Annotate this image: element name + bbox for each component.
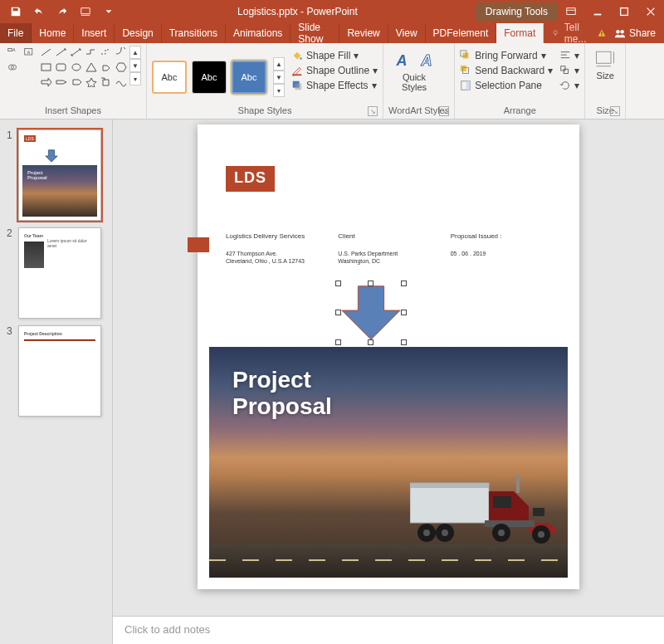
- svg-rect-18: [463, 53, 469, 59]
- save-button[interactable]: [5, 2, 27, 22]
- svg-rect-27: [410, 483, 489, 523]
- slide-hero-image[interactable]: Project Proposal: [209, 347, 568, 578]
- tab-animations[interactable]: Animations: [226, 23, 290, 43]
- tab-insert[interactable]: Insert: [74, 23, 115, 43]
- selection-pane-button[interactable]: Selection Pane: [460, 79, 553, 92]
- wordart-sample-fill: A: [392, 52, 412, 72]
- company-addr2: Cleveland, Ohio , U.S.A 12743: [226, 257, 338, 265]
- svg-point-14: [300, 57, 302, 60]
- tab-format[interactable]: Format: [496, 23, 544, 43]
- shape-style-2[interactable]: Abc: [192, 61, 227, 94]
- svg-point-2: [554, 31, 557, 34]
- chevron-down-icon: ▾: [372, 80, 377, 91]
- group-insert-shapes: A A: [0, 43, 147, 119]
- tab-transitions[interactable]: Transitions: [162, 23, 226, 43]
- tell-me-label: Tell me...: [564, 22, 593, 45]
- svg-point-13: [72, 64, 81, 71]
- svg-rect-24: [561, 66, 565, 71]
- minimize-button[interactable]: [584, 0, 611, 23]
- start-from-beginning-button[interactable]: [75, 2, 96, 22]
- selection-handle[interactable]: [401, 281, 407, 286]
- tab-pdfelement[interactable]: PDFelement: [426, 23, 497, 43]
- effects-icon: [291, 80, 303, 91]
- shape-effects-button[interactable]: Shape Effects ▾: [291, 79, 378, 92]
- slide-hero-title: Project Proposal: [232, 367, 332, 420]
- tab-home[interactable]: Home: [32, 23, 74, 43]
- svg-rect-31: [485, 520, 535, 527]
- maximize-button[interactable]: [611, 0, 637, 23]
- edit-shape-button[interactable]: A: [5, 46, 20, 59]
- slide-thumbnail-3[interactable]: Project Description: [18, 325, 101, 417]
- selection-handle[interactable]: [368, 281, 374, 286]
- align-button[interactable]: ▾: [559, 49, 579, 62]
- svg-rect-29: [493, 496, 511, 508]
- tab-file[interactable]: File: [0, 23, 32, 43]
- shape-style-1[interactable]: Abc: [152, 61, 187, 94]
- gallery-more-button[interactable]: ▾: [129, 72, 141, 85]
- svg-point-39: [538, 531, 544, 538]
- size-launcher[interactable]: ↘: [610, 106, 620, 116]
- size-button[interactable]: Size: [590, 46, 620, 104]
- slide-canvas[interactable]: LDS Logistics Delivery Services 427 Thom…: [113, 120, 664, 616]
- selection-handle[interactable]: [335, 339, 341, 345]
- group-label-arrange: Arrange: [460, 104, 579, 119]
- notes-pane[interactable]: Click to add notes: [113, 616, 664, 644]
- bring-forward-button[interactable]: Bring Forward ▾: [460, 49, 553, 62]
- customize-qat-button[interactable]: [98, 2, 120, 22]
- ribbon-display-options-button[interactable]: [558, 0, 584, 23]
- company-addr1: 427 Thompson Ave.: [226, 250, 338, 257]
- shape-style-3[interactable]: Abc: [232, 61, 266, 94]
- client-addr1: U.S. Parks Department: [338, 250, 450, 257]
- size-icon: [593, 47, 617, 71]
- slide-red-tab: [188, 237, 209, 252]
- gallery-scroll-down[interactable]: ▼: [129, 59, 141, 72]
- quick-access-toolbar: [0, 2, 120, 22]
- selection-handle[interactable]: [335, 310, 341, 315]
- share-button[interactable]: Share: [606, 23, 664, 43]
- shape-fill-button[interactable]: Shape Fill ▾: [291, 49, 378, 62]
- selection-handle[interactable]: [335, 281, 341, 286]
- shape-outline-button[interactable]: Shape Outline ▾: [291, 64, 378, 77]
- svg-point-35: [442, 529, 448, 536]
- slide-thumbnail-1[interactable]: LDS ProjectProposal: [18, 129, 101, 221]
- selected-arrow-shape[interactable]: [339, 284, 403, 342]
- bring-forward-icon: [460, 50, 471, 61]
- warning-icon: [598, 27, 606, 39]
- text-box-button[interactable]: A: [22, 46, 37, 59]
- align-icon: [559, 50, 571, 61]
- styles-scroll-down[interactable]: ▼: [273, 71, 285, 84]
- editor-pane: LDS Logistics Delivery Services 427 Thom…: [113, 120, 664, 644]
- thumb-number-3: 3: [7, 325, 18, 417]
- selection-handle[interactable]: [401, 339, 407, 345]
- close-button[interactable]: [637, 0, 664, 23]
- slide-logo[interactable]: LDS: [226, 166, 275, 192]
- undo-button[interactable]: [28, 2, 50, 22]
- share-icon: [614, 27, 626, 39]
- slide-1[interactable]: LDS Logistics Delivery Services 427 Thom…: [198, 124, 579, 589]
- send-backward-button[interactable]: Send Backward ▾: [460, 64, 553, 77]
- wordart-launcher[interactable]: ↘: [439, 106, 449, 116]
- merge-shapes-button[interactable]: [5, 61, 20, 74]
- svg-rect-30: [533, 508, 544, 516]
- selection-handle[interactable]: [401, 310, 407, 315]
- tab-review[interactable]: Review: [339, 23, 388, 43]
- group-button[interactable]: ▾: [559, 64, 579, 77]
- pen-icon: [291, 65, 303, 76]
- shape-gallery[interactable]: [40, 46, 128, 104]
- slide-thumbnail-2[interactable]: Our TeamLorem ipsum sit dolor amet: [18, 227, 101, 319]
- gallery-scroll-up[interactable]: ▲: [129, 46, 141, 59]
- selection-handle[interactable]: [368, 339, 374, 345]
- tab-slide-show[interactable]: Slide Show: [290, 23, 339, 43]
- tab-design[interactable]: Design: [115, 23, 161, 43]
- redo-button[interactable]: [51, 2, 73, 22]
- svg-text:A: A: [27, 50, 31, 55]
- tab-view[interactable]: View: [388, 23, 426, 43]
- tell-me-search[interactable]: Tell me...: [544, 23, 606, 43]
- rotate-button[interactable]: ▾: [559, 79, 579, 92]
- styles-more-button[interactable]: ▾: [273, 84, 285, 97]
- selection-pane-icon: [460, 80, 471, 91]
- styles-scroll-up[interactable]: ▲: [273, 57, 285, 71]
- shape-styles-launcher[interactable]: ↘: [368, 106, 378, 116]
- quick-styles-button[interactable]: A A Quick Styles: [388, 46, 440, 104]
- chevron-down-icon: ▾: [354, 50, 359, 61]
